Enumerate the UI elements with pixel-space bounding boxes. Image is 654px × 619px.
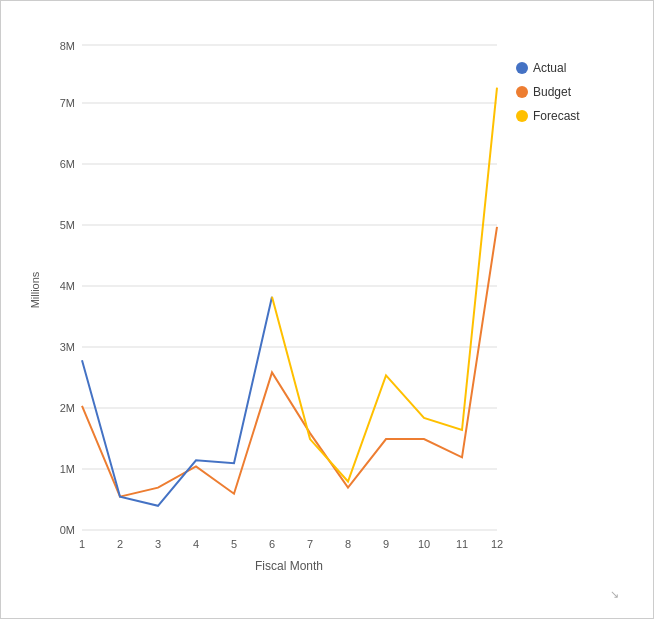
svg-text:3M: 3M <box>60 341 75 353</box>
forecast-legend-dot <box>516 110 528 122</box>
forecast-legend-label: Forecast <box>533 109 580 123</box>
svg-text:9: 9 <box>383 538 389 550</box>
svg-text:2M: 2M <box>60 402 75 414</box>
svg-text:Fiscal Month: Fiscal Month <box>255 559 323 573</box>
budget-legend-dot <box>516 86 528 98</box>
chart-container: 0M 1M 2M 3M 4M 5M 6M 7M 8M Millions 1 2 … <box>0 0 654 619</box>
svg-text:2: 2 <box>117 538 123 550</box>
actual-legend-label: Actual <box>533 61 566 75</box>
svg-text:1: 1 <box>79 538 85 550</box>
svg-text:7M: 7M <box>60 97 75 109</box>
svg-text:1M: 1M <box>60 463 75 475</box>
svg-text:8: 8 <box>345 538 351 550</box>
svg-text:3: 3 <box>155 538 161 550</box>
svg-text:8M: 8M <box>60 40 75 52</box>
svg-text:6M: 6M <box>60 158 75 170</box>
svg-text:10: 10 <box>418 538 430 550</box>
svg-text:4: 4 <box>193 538 199 550</box>
svg-text:4M: 4M <box>60 280 75 292</box>
svg-text:11: 11 <box>456 538 468 550</box>
actual-legend-dot <box>516 62 528 74</box>
svg-text:7: 7 <box>307 538 313 550</box>
chart-area: 0M 1M 2M 3M 4M 5M 6M 7M 8M Millions 1 2 … <box>27 20 627 600</box>
main-chart: 0M 1M 2M 3M 4M 5M 6M 7M 8M Millions 1 2 … <box>27 20 627 600</box>
svg-text:↘: ↘ <box>610 588 619 600</box>
budget-legend-label: Budget <box>533 85 572 99</box>
svg-text:5M: 5M <box>60 219 75 231</box>
svg-text:Millions: Millions <box>29 271 41 308</box>
svg-text:12: 12 <box>491 538 503 550</box>
svg-text:0M: 0M <box>60 524 75 536</box>
svg-text:5: 5 <box>231 538 237 550</box>
forecast-line <box>272 87 497 481</box>
svg-text:6: 6 <box>269 538 275 550</box>
